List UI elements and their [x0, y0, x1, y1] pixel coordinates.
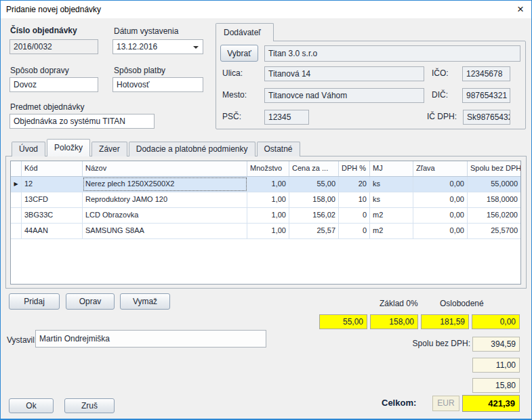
tab-ostatne[interactable]: Ostatné [257, 142, 300, 156]
ico-field[interactable]: 12345678 [462, 66, 510, 81]
column-header-kod[interactable]: Kód [22, 161, 83, 176]
column-header-spolu[interactable]: Spolu bez DPH [468, 161, 520, 176]
cell-cena[interactable]: 158,00 [289, 192, 339, 207]
cell-cena[interactable]: 156,02 [289, 208, 339, 223]
column-header-nazov[interactable]: Názov [83, 161, 247, 176]
cell-dph[interactable]: 0 [339, 208, 370, 223]
column-header-cena[interactable]: Cena za ... [289, 161, 339, 176]
items-tab-panel: KódNázovMnožstvoCena za ...DPH %MJZľavaS… [5, 156, 527, 289]
vat-amount-field-1: 11,00 [472, 358, 520, 373]
cancel-button[interactable]: Zruš [64, 398, 115, 413]
cell-zlava[interactable]: 0,00 [413, 177, 468, 192]
table-row[interactable]: 3BG33CLCD Obrazovka1,00156,020m20,00156,… [11, 208, 520, 224]
tab-dodavatel[interactable]: Dodávateľ [216, 23, 274, 41]
delete-item-button[interactable]: Vymaž [120, 293, 170, 310]
cell-spolu[interactable]: 158,0000 [468, 192, 520, 207]
cell-nazov[interactable]: LCD Obrazovka [83, 208, 247, 223]
issuer-label: Vystavil: [7, 335, 37, 345]
zip-label: PSČ: [222, 112, 241, 121]
vat-base-0-label: Základ 0% [380, 299, 418, 308]
cell-nazov[interactable]: Nerez plech 1250X2500X2 [83, 177, 247, 192]
vat-base-boxes: 55,00158,00181,590,00 [319, 314, 520, 329]
vat-base-field-2: 181,59 [421, 314, 469, 329]
cell-kod[interactable]: 13CFD [22, 192, 83, 207]
cell-zlava[interactable]: 0,00 [413, 192, 468, 207]
column-header-dph[interactable]: DPH % [339, 161, 370, 176]
cell-mj[interactable]: m2 [370, 208, 413, 223]
current-row-marker-icon: ▶ [14, 177, 18, 191]
tab-polozky[interactable]: Položky [47, 139, 90, 156]
cell-mj[interactable]: ks [370, 177, 413, 192]
items-table-body: ▶12Nerez plech 1250X2500X21,0055,0020ks0… [11, 177, 520, 239]
column-header-mnozstvo[interactable]: Množstvo [247, 161, 289, 176]
cell-kod[interactable]: 44AAN [22, 224, 83, 238]
close-icon[interactable]: × [517, 2, 524, 17]
table-row[interactable]: 44AANSAMSUNG S8AA1,0025,570m20,0025,5700 [11, 224, 520, 239]
cell-cena[interactable]: 25,57 [289, 224, 339, 238]
column-header-marker [11, 161, 22, 176]
edit-item-button[interactable]: Oprav [66, 293, 115, 310]
row-marker-cell [11, 192, 22, 207]
zip-field[interactable]: 12345 [264, 110, 309, 125]
cell-cena[interactable]: 55,00 [289, 177, 339, 192]
cell-nazov[interactable]: Reproduktory JAMO 120 [83, 192, 247, 207]
row-marker-cell [11, 224, 22, 238]
city-label: Mesto: [222, 90, 247, 100]
transport-field[interactable]: Dovoz [9, 77, 98, 92]
subtotal-label: Spolu bez DPH: [413, 339, 470, 348]
street-field[interactable]: Titanová 14 [264, 66, 424, 81]
order-number-label: Číslo objednávky [10, 26, 77, 35]
cell-mj[interactable]: m2 [370, 224, 413, 238]
table-row[interactable]: ▶12Nerez plech 1250X2500X21,0055,0020ks0… [11, 177, 520, 192]
cell-mnozstvo[interactable]: 1,00 [247, 192, 289, 207]
cell-dph[interactable]: 10 [339, 192, 370, 207]
payment-label: Spôsob platby [114, 66, 165, 75]
cell-spolu[interactable]: 55,0000 [468, 177, 520, 192]
issuer-field[interactable]: Martin Ondrejmiška [35, 330, 266, 348]
select-supplier-button[interactable]: Vybrať [220, 45, 258, 62]
cell-mnozstvo[interactable]: 1,00 [247, 208, 289, 223]
cell-nazov[interactable]: SAMSUNG S8AA [83, 224, 247, 238]
cell-kod[interactable]: 3BG33C [22, 208, 83, 223]
currency-field: EUR [432, 396, 459, 411]
icdph-label: IČ DPH: [427, 112, 457, 121]
cell-spolu[interactable]: 156,0200 [468, 208, 520, 223]
vat-exempt-label: Oslobodené [440, 299, 484, 308]
row-marker-cell [11, 208, 22, 223]
cell-zlava[interactable]: 0,00 [413, 224, 468, 238]
cell-kod[interactable]: 12 [22, 177, 83, 192]
ok-button[interactable]: Ok [9, 398, 54, 413]
ico-label: IČO: [432, 68, 449, 78]
city-field[interactable]: Titanovce nad Váhom [264, 88, 424, 103]
issue-date-label: Dátum vystavenia [114, 26, 178, 36]
tab-zaver[interactable]: Záver [91, 142, 127, 156]
order-dialog: Pridanie novej objednávky × Číslo objedn… [0, 0, 532, 420]
supplier-name-field[interactable]: Titan 3.0 s.r.o [264, 45, 520, 62]
issue-date-combo[interactable]: 13.12.2016 [112, 39, 203, 54]
vat-base-field-1: 158,00 [370, 314, 418, 329]
cell-spolu[interactable]: 25,5700 [468, 224, 520, 238]
subject-field[interactable]: Objednávka zo systému TITAN [9, 114, 155, 129]
cell-mj[interactable]: ks [370, 192, 413, 207]
tab-uvod[interactable]: Úvod [12, 142, 45, 156]
window-title: Pridanie novej objednávky [6, 5, 101, 14]
cell-zlava[interactable]: 0,00 [413, 208, 468, 223]
cell-dph[interactable]: 0 [339, 224, 370, 238]
order-number-field[interactable]: 2016/0032 [9, 39, 98, 54]
dic-field[interactable]: 987654321 [462, 88, 510, 103]
supplier-panel: Vybrať Titan 3.0 s.r.o Ulica: Titanová 1… [216, 41, 526, 129]
dropdown-arrow-icon[interactable] [193, 46, 199, 51]
cell-mnozstvo[interactable]: 1,00 [247, 224, 289, 238]
vat-base-field-3: 0,00 [472, 314, 520, 329]
items-tabs: ÚvodPoložkyZáverDodacie a platobné podmi… [12, 139, 302, 156]
column-header-mj[interactable]: MJ [370, 161, 413, 176]
supplier-tab-label: Dodávateľ [224, 28, 261, 37]
tab-dodacie-a-platobne-podmienky[interactable]: Dodacie a platobné podmienky [129, 142, 255, 156]
payment-field[interactable]: Hotovosť [112, 77, 203, 92]
column-header-zlava[interactable]: Zľava [413, 161, 468, 176]
cell-dph[interactable]: 20 [339, 177, 370, 192]
add-item-button[interactable]: Pridaj [9, 293, 60, 310]
cell-mnozstvo[interactable]: 1,00 [247, 177, 289, 192]
icdph-field[interactable]: Sk98765432 [463, 110, 510, 125]
table-row[interactable]: 13CFDReproduktory JAMO 1201,00158,0010ks… [11, 192, 520, 208]
